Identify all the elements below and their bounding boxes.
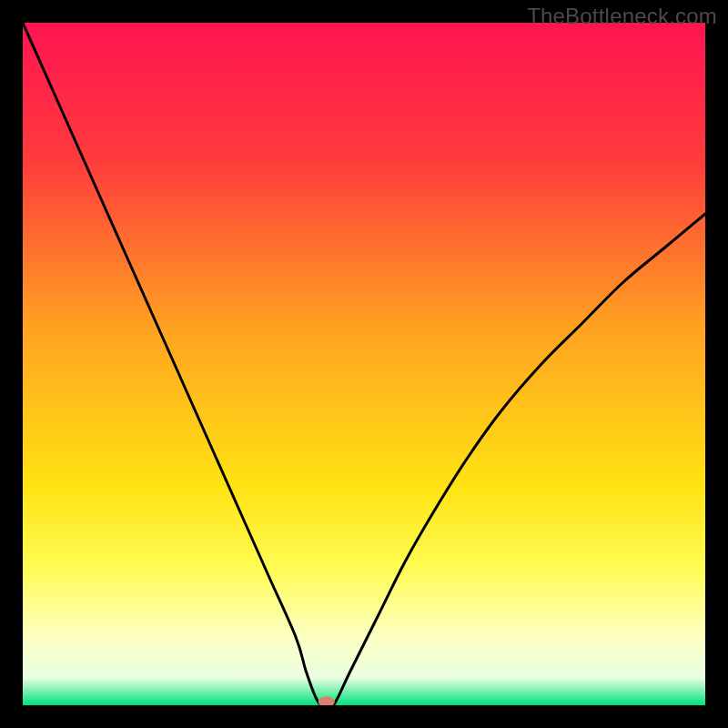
chart-frame: TheBottleneck.com: [0, 0, 728, 728]
chart-svg: [23, 23, 705, 705]
watermark-text: TheBottleneck.com: [527, 4, 717, 29]
gradient-background: [23, 23, 705, 705]
plot-area: [23, 23, 705, 705]
